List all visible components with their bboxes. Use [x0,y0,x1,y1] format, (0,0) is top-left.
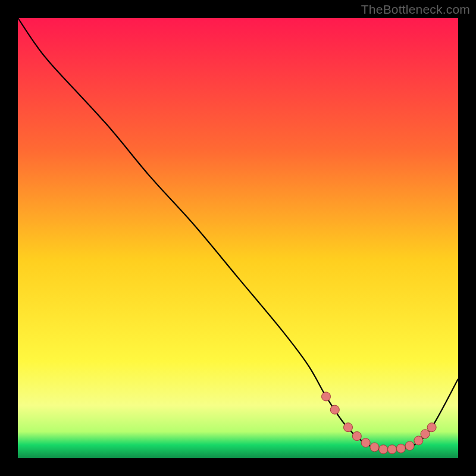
bottleneck-chart [0,0,476,476]
watermark-text: TheBottleneck.com [361,2,470,17]
curve-marker [370,443,379,452]
curve-marker [388,445,397,454]
curve-marker [330,405,339,414]
curve-marker [322,392,331,401]
plot-gradient-bg [18,18,458,458]
curve-marker [396,444,405,453]
curve-marker [414,436,423,445]
curve-marker [427,423,436,432]
curve-marker [344,423,353,432]
curve-marker [361,439,370,447]
chart-frame: TheBottleneck.com [0,0,476,476]
curve-marker [405,441,414,450]
curve-marker [352,432,361,441]
curve-marker [421,430,430,439]
curve-marker [379,445,388,454]
